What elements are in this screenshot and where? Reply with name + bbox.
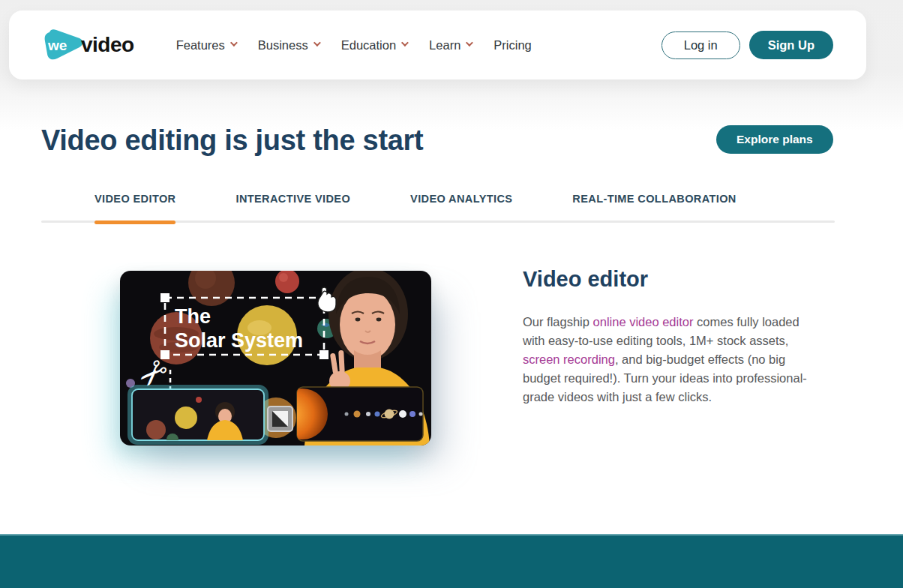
tab-video-editor[interactable]: VIDEO EDITOR: [94, 193, 176, 223]
feature-tabs: VIDEO EDITOR INTERACTIVE VIDEO VIDEO ANA…: [94, 193, 736, 223]
tab-real-time-collaboration[interactable]: REAL-TIME COLLABORATION: [572, 193, 736, 223]
feature-heading: Video editor: [523, 267, 815, 292]
active-tab-indicator: [94, 220, 176, 224]
explore-plans-button[interactable]: Explore plans: [716, 125, 833, 154]
header-actions: Log in Sign Up: [662, 31, 833, 59]
nav-item-education[interactable]: Education: [341, 38, 406, 52]
wevideo-logo[interactable]: we video: [42, 27, 134, 63]
selection-handle: [160, 293, 170, 302]
selection-handle: [320, 350, 328, 359]
login-button[interactable]: Log in: [662, 32, 740, 59]
chevron-down-icon: [401, 39, 409, 46]
timeline-clip-left: [130, 387, 266, 446]
tab-interactive-video[interactable]: INTERACTIVE VIDEO: [236, 193, 350, 223]
nav-item-pricing[interactable]: Pricing: [494, 38, 531, 52]
link-online-video-editor[interactable]: online video editor: [593, 315, 694, 328]
tab-video-analytics[interactable]: VIDEO ANALYTICS: [410, 193, 512, 223]
nav-item-business[interactable]: Business: [258, 38, 319, 52]
chevron-down-icon: [314, 39, 321, 46]
preview-illustration: The Solar System ✂: [120, 271, 431, 446]
feature-description-column: Video editor Our flagship online video e…: [523, 267, 815, 406]
chevron-down-icon: [466, 39, 473, 46]
page-title: Video editing is just the start: [41, 124, 423, 157]
signup-button[interactable]: Sign Up: [749, 31, 833, 59]
overlay-title-line1: The: [175, 305, 211, 328]
video-editor-preview-image[interactable]: The Solar System ✂: [120, 271, 431, 446]
overlay-title-line2: Solar System: [175, 329, 303, 352]
chevron-down-icon: [230, 39, 238, 46]
selection-handle: [160, 350, 170, 359]
transition-icon: [268, 406, 292, 431]
footer-band: [0, 534, 903, 588]
timeline-clip-right: [277, 387, 423, 441]
main-nav: Features Business Education Learn Pricin…: [176, 38, 532, 52]
header: we video Features Business Education Lea…: [9, 10, 866, 80]
feature-paragraph: Our flagship online video editor comes f…: [523, 313, 815, 406]
nav-item-learn[interactable]: Learn: [429, 38, 471, 52]
logo-text-we: we: [47, 38, 67, 53]
nav-item-features[interactable]: Features: [176, 38, 236, 52]
logo-text-video: video: [81, 33, 134, 57]
link-screen-recording[interactable]: screen recording: [523, 352, 615, 366]
